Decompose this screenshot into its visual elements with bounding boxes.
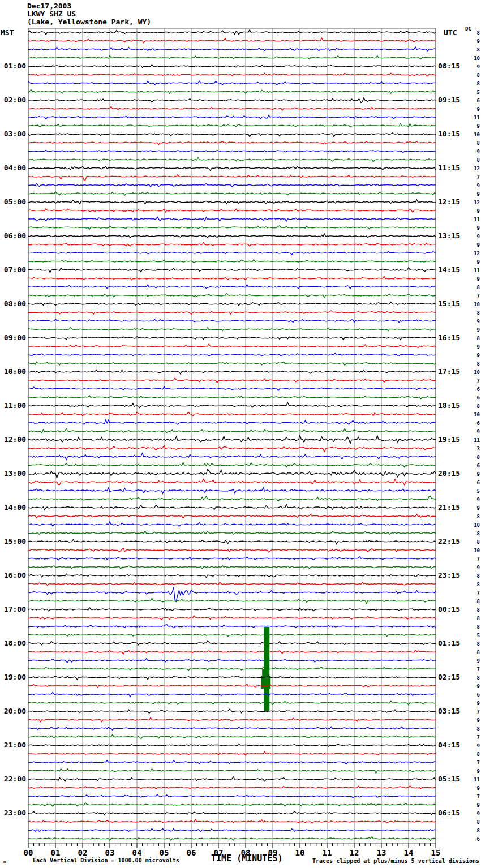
helicorder-svg [0, 0, 481, 868]
mst-time-label: 10:00 [0, 367, 26, 376]
mst-time-label: 17:00 [0, 605, 26, 613]
utc-time-label: 04:15 [438, 741, 460, 749]
dc-offset-value: 9 [467, 64, 480, 70]
dc-offset-value: 9 [467, 276, 480, 282]
mst-time-label: 04:00 [0, 164, 26, 172]
trace-row [28, 344, 436, 348]
dc-offset-value: 7 [467, 667, 480, 672]
trace-row [28, 209, 436, 213]
dc-offset-value: 9 [467, 429, 480, 435]
trace-row [28, 285, 436, 289]
dc-offset-value: 6 [467, 98, 480, 104]
dc-offset-value: 6 [467, 480, 480, 485]
trace-row [28, 81, 436, 85]
trace-row [28, 362, 436, 365]
utc-time-label: 08:15 [438, 62, 460, 70]
trace-row [28, 676, 436, 680]
dc-offset-value: 12 [467, 166, 480, 171]
x-axis-tick-label: 12 [346, 848, 363, 857]
x-axis-tick-label: 14 [400, 848, 417, 857]
dc-offset-value: 9 [467, 123, 480, 129]
trace-row [28, 479, 436, 485]
trace-row [28, 192, 436, 195]
corner-mark: ᴍ [3, 860, 6, 865]
utc-time-label: 09:15 [438, 96, 460, 104]
dc-offset-value: 6 [467, 463, 480, 469]
dc-offset-value: 10 [467, 412, 480, 418]
trace-row [28, 386, 436, 391]
dc-offset-value: 9 [467, 684, 480, 689]
dc-offset-value: 9 [467, 149, 480, 154]
dc-offset-value: 3 [467, 446, 480, 452]
utc-time-label: 00:15 [438, 605, 460, 613]
dc-offset-value: 8 [467, 81, 480, 87]
dc-offset-value: 8 [467, 531, 480, 536]
x-axis-tick-label: 15 [427, 848, 444, 857]
x-axis-tick-label: 11 [319, 848, 336, 857]
trace-row [28, 684, 436, 688]
utc-time-label: 12:15 [438, 197, 460, 206]
trace-row [28, 692, 436, 697]
trace-row [28, 582, 436, 585]
dc-offset-value: 9 [467, 658, 480, 664]
trace-row [28, 251, 436, 255]
dc-offset-value: 8 [467, 285, 480, 290]
utc-time-label: 23:15 [438, 571, 460, 579]
mst-time-label: 14:00 [0, 503, 26, 512]
trace-row [28, 634, 436, 636]
dc-offset-value: 8 [467, 726, 480, 732]
dc-offset-value: 9 [467, 743, 480, 749]
dc-offset-value: 9 [467, 106, 480, 112]
mst-time-label: 02:00 [0, 96, 26, 104]
trace-row [28, 234, 436, 238]
dc-offset-value: 7 [467, 794, 480, 800]
dc-offset-value: 9 [467, 802, 480, 808]
dc-offset-value: 11 [467, 115, 480, 121]
dc-offset-value: 9 [467, 319, 480, 324]
utc-time-label: 22:15 [438, 537, 460, 545]
trace-row [28, 488, 436, 494]
trace-row [28, 751, 436, 755]
x-axis-tick-label: 10 [291, 848, 308, 857]
trace-row [28, 175, 436, 180]
dc-offset-value: 8 [467, 403, 480, 409]
utc-time-label: 14:15 [438, 265, 460, 274]
utc-time-label: 13:15 [438, 231, 460, 240]
dc-offset-value: 9 [467, 497, 480, 502]
trace-row [28, 403, 436, 408]
trace-row [28, 370, 436, 374]
trace-row [28, 337, 436, 340]
dc-offset-value: 6 [467, 692, 480, 698]
trace-row [28, 514, 436, 518]
trace-row [28, 56, 436, 59]
dc-offset-value: 8 [467, 675, 480, 681]
dc-offset-value: 12 [467, 251, 480, 256]
dc-offset-value: 9 [467, 225, 480, 231]
dc-offset-value: 11 [467, 437, 480, 443]
dc-offset-value: 6 [467, 420, 480, 426]
dc-offset-value: 7 [467, 293, 480, 299]
mst-time-label: 05:00 [0, 197, 26, 206]
trace-row [28, 701, 436, 705]
trace-row [28, 106, 436, 110]
trace-row [28, 453, 436, 460]
dc-offset-value: 9 [467, 344, 480, 350]
dc-offset-value: 8 [467, 454, 480, 460]
trace-row [28, 531, 436, 535]
dc-offset-value: 9 [467, 565, 480, 570]
mst-time-label: 13:00 [0, 469, 26, 478]
dc-offset-value: 8 [467, 30, 480, 36]
dc-offset-value: 9 [467, 191, 480, 197]
utc-time-label: 19:15 [438, 435, 460, 444]
trace-row [28, 734, 436, 738]
trace-row [28, 65, 436, 68]
dc-offset-value: 11 [467, 268, 480, 273]
trace-row [28, 30, 436, 35]
trace-row [28, 311, 436, 315]
trace-row [28, 760, 436, 764]
mst-time-label: 19:00 [0, 673, 26, 681]
trace-row [28, 420, 436, 425]
mst-time-label: 16:00 [0, 571, 26, 579]
trace-row [28, 540, 436, 544]
trace-row [28, 353, 436, 356]
